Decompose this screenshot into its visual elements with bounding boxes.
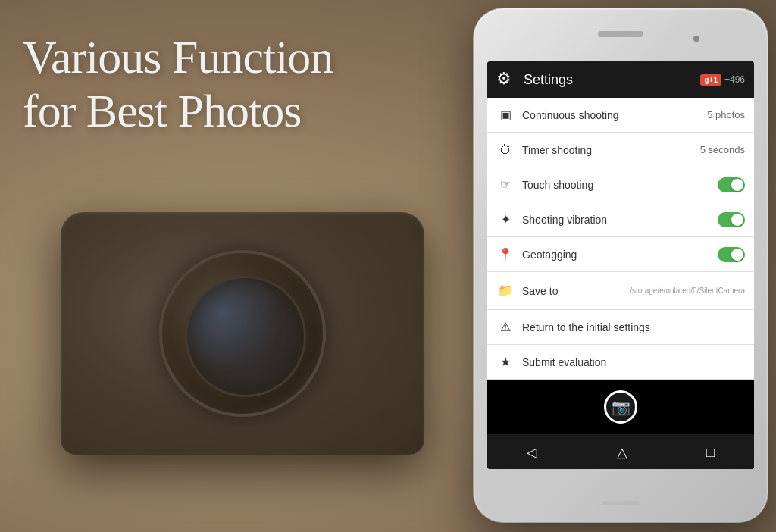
phone-nav-bar: ◁ △ □ [487, 434, 754, 469]
gplus-badge: g+1 [700, 74, 721, 86]
header-badge: g+1 +496 [700, 74, 745, 86]
settings-gear-icon: ⚙ [496, 69, 518, 90]
phone-screen: ⚙ Settings g+1 +496 ▣ Continuous shootin… [487, 61, 754, 469]
settings-item-reset[interactable]: ⚠ Return to the initial settings [487, 310, 754, 345]
recent-apps-button[interactable]: □ [706, 445, 715, 461]
shooting-vibration-toggle[interactable] [718, 212, 745, 227]
timer-shooting-label: Timer shooting [522, 144, 693, 156]
timer-shooting-icon: ⏱ [496, 141, 515, 159]
camera-body [61, 212, 424, 455]
back-button[interactable]: ◁ [527, 444, 537, 461]
geotagging-label: Geotagging [522, 249, 710, 261]
phone: ⚙ Settings g+1 +496 ▣ Continuous shootin… [473, 8, 768, 523]
settings-item-continuous-shooting[interactable]: ▣ Continuous shooting 5 photos [487, 98, 754, 133]
touch-shooting-toggle[interactable] [718, 177, 745, 192]
settings-item-shooting-vibration[interactable]: ✦ Shooting vibration [487, 202, 754, 237]
settings-item-timer-shooting[interactable]: ⏱ Timer shooting 5 seconds [487, 133, 754, 167]
submit-eval-label: Submit evaluation [522, 356, 745, 368]
phone-speaker [598, 31, 643, 37]
continuous-shooting-label: Continuous shooting [522, 109, 699, 121]
settings-item-save-to[interactable]: 📁 Save to /storage/emulated/0/SilentCame… [487, 272, 754, 310]
continuous-shooting-icon: ▣ [496, 106, 515, 124]
heading-line2: for Best Photos [23, 84, 333, 138]
reset-icon: ⚠ [496, 318, 515, 336]
camera-preview-area: 📷 [487, 380, 754, 434]
continuous-shooting-value: 5 photos [707, 109, 745, 120]
timer-shooting-value: 5 seconds [700, 144, 745, 155]
save-to-path: /storage/emulated/0/SilentCamera [630, 286, 745, 295]
heading: Various Function for Best Photos [23, 30, 333, 138]
submit-eval-icon: ★ [496, 353, 515, 371]
phone-frame: ⚙ Settings g+1 +496 ▣ Continuous shootin… [473, 8, 768, 523]
heading-line1: Various Function [23, 30, 333, 84]
app-header: ⚙ Settings g+1 +496 [487, 61, 754, 98]
shutter-button[interactable]: 📷 [604, 390, 637, 424]
home-button[interactable]: △ [617, 444, 627, 461]
camera-lens-inner [185, 276, 306, 397]
touch-shooting-label: Touch shooting [522, 179, 710, 191]
reset-label: Return to the initial settings [522, 321, 745, 333]
settings-item-touch-shooting[interactable]: ☞ Touch shooting [487, 167, 754, 202]
camera-lens-outer [159, 250, 326, 417]
shooting-vibration-label: Shooting vibration [522, 214, 710, 226]
settings-item-submit-eval[interactable]: ★ Submit evaluation [487, 345, 754, 380]
follower-count: +496 [724, 74, 745, 85]
phone-camera-dot [693, 36, 699, 42]
save-to-label: Save to [522, 285, 622, 297]
app-title: Settings [524, 72, 694, 88]
settings-item-geotagging[interactable]: 📍 Geotagging [487, 237, 754, 272]
geotagging-toggle[interactable] [718, 247, 745, 262]
shooting-vibration-icon: ✦ [496, 211, 515, 229]
save-to-icon: 📁 [496, 282, 515, 300]
touch-shooting-icon: ☞ [496, 176, 515, 194]
geotagging-icon: 📍 [496, 246, 515, 264]
settings-list: ▣ Continuous shooting 5 photos ⏱ Timer s… [487, 98, 754, 380]
phone-home-indicator [602, 501, 640, 505]
